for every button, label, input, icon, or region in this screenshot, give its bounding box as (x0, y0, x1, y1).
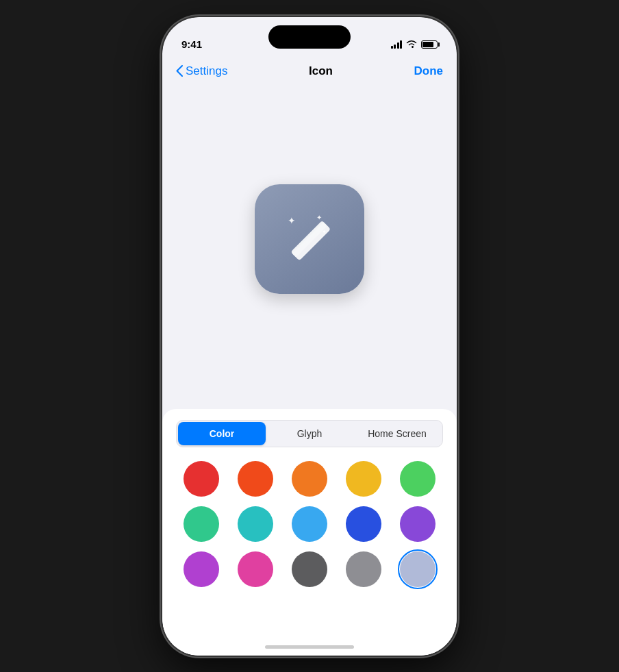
phone-screen: 9:41 (162, 17, 457, 656)
back-label: Settings (186, 64, 227, 78)
color-swatch-blue[interactable] (292, 506, 327, 542)
battery-fill (422, 42, 433, 47)
segment-color[interactable]: Color (178, 422, 266, 445)
svg-text:✦: ✦ (316, 214, 322, 221)
status-time: 9:41 (181, 38, 202, 50)
dynamic-island (268, 25, 351, 49)
back-button[interactable]: Settings (176, 64, 227, 78)
phone-frame: 9:41 (162, 17, 457, 656)
signal-bar-2 (394, 45, 396, 49)
signal-bar-1 (391, 46, 393, 49)
segmented-control: Color Glyph Home Screen (176, 420, 443, 447)
bottom-panel: Color Glyph Home Screen (162, 409, 457, 656)
battery-icon (421, 40, 438, 49)
color-swatch-red[interactable] (184, 461, 219, 497)
color-swatch-violet[interactable] (184, 551, 219, 587)
done-button[interactable]: Done (414, 64, 443, 78)
nav-title: Icon (309, 64, 333, 78)
color-swatch-yellow[interactable] (346, 461, 381, 497)
status-icons (391, 40, 438, 50)
signal-bar-3 (397, 42, 399, 49)
color-grid (176, 461, 443, 587)
svg-rect-4 (292, 222, 328, 258)
svg-text:✦: ✦ (288, 215, 296, 226)
segment-glyph[interactable]: Glyph (266, 422, 353, 445)
color-swatch-pink[interactable] (238, 551, 273, 587)
color-swatch-green[interactable] (400, 461, 435, 497)
color-swatch-mint[interactable] (184, 506, 219, 542)
color-swatch-purple[interactable] (400, 506, 435, 542)
color-swatch-teal[interactable] (238, 506, 273, 542)
signal-bar-4 (400, 40, 402, 49)
color-swatch-dark-gray[interactable] (292, 551, 327, 587)
nav-bar: Settings Icon Done (162, 54, 457, 88)
segment-homescreen[interactable]: Home Screen (353, 422, 441, 445)
wifi-icon (406, 40, 417, 50)
color-swatch-dark-blue[interactable] (346, 506, 381, 542)
color-swatch-orange-red[interactable] (238, 461, 273, 497)
color-swatch-orange[interactable] (292, 461, 327, 497)
home-indicator (265, 645, 354, 649)
magic-wand-icon: ✦ ✦ ✦ (275, 205, 344, 273)
icon-preview-area: ✦ ✦ ✦ (162, 88, 457, 390)
signal-icon (391, 40, 403, 49)
color-swatch-light-blue-gray[interactable] (400, 551, 435, 587)
app-icon: ✦ ✦ ✦ (255, 184, 364, 294)
color-swatch-medium-gray[interactable] (346, 551, 381, 587)
